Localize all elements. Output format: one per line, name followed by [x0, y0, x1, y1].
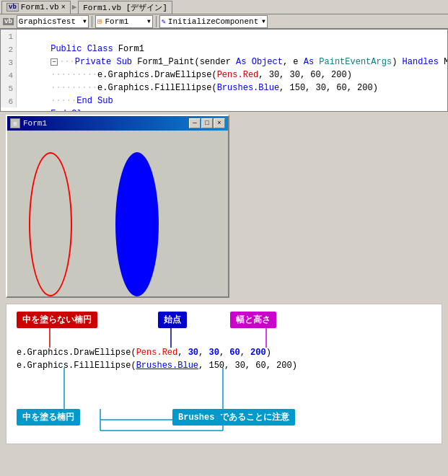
form-icon: ⊞ [97, 17, 102, 26]
title-bar: vb GraphicsTest ▼ ⊞ Form1 ▼ ✎ Initialize… [0, 14, 448, 29]
line-num-5: 5 [1, 81, 17, 94]
dropdown-arrow-2[interactable]: ▼ [147, 18, 151, 25]
form1-title: Form1 [23, 119, 47, 128]
label-brushes-note: Brushes であることに注意 [172, 409, 295, 426]
fill-ellipse-blue [115, 152, 159, 296]
label-draw-ellipse: 中を塗らない楠円 [17, 312, 97, 328]
label-start: 始点 [158, 312, 187, 328]
diagram-area: 中を塗らない楠円 始点 幅と高さ e.Graphics.DrawEllipse(… [6, 304, 442, 444]
minimize-button[interactable]: ─ [189, 118, 201, 128]
vb-badge: vb [3, 18, 14, 25]
close-button[interactable]: × [214, 118, 225, 128]
dropdown-arrow-1[interactable]: ▼ [83, 18, 87, 25]
form1-body [7, 131, 228, 296]
title-section: GraphicsTest ▼ ⊞ Form1 ▼ ✎ InitializeCom… [17, 15, 445, 28]
pencil-icon: ✎ [162, 17, 166, 26]
line-num-1: 1 [1, 30, 17, 43]
dropdown-arrow-3[interactable]: ▼ [262, 18, 265, 25]
maximize-button[interactable]: □ [201, 118, 213, 128]
form1-controls: ─ □ × [189, 118, 225, 128]
code-draw-line: e.Graphics.DrawEllipse(Pens.Red, 30, 30,… [17, 348, 271, 358]
tab-close-1[interactable]: × [61, 4, 66, 12]
separator-1 [92, 16, 92, 27]
code-fill-line: e.Graphics.FillEllipse(Brushes.Blue, 150… [17, 361, 297, 371]
tab-divider: ▶ [72, 2, 77, 12]
tab-label-2: Form1.vb [デザイン] [83, 2, 167, 13]
method-dropdown[interactable]: ✎ InitializeComponent ▼ [159, 15, 268, 28]
code-editor[interactable]: 1 Public Class Form1 2 −···Private Sub F… [0, 29, 448, 112]
code-line-1: 1 Public Class Form1 [1, 30, 447, 43]
tab-bar: vb Form1.vb × ▶ Form1.vb [デザイン] [0, 0, 448, 14]
tab-form1vb[interactable]: vb Form1.vb × [1, 1, 71, 14]
separator-2 [156, 16, 157, 27]
label-fill-ellipse: 中を塗る楠円 [17, 409, 80, 426]
method-name: InitializeComponent [168, 17, 258, 26]
form1-titlebar: ⊞ Form1 ─ □ × [7, 116, 228, 131]
project-name: GraphicsTest [19, 17, 76, 26]
form-name: Form1 [105, 17, 128, 26]
tab-label-1: Form1.vb [21, 3, 59, 12]
draw-ellipse-red [29, 152, 72, 296]
project-dropdown[interactable]: GraphicsTest ▼ [17, 15, 89, 28]
form1-window: ⊞ Form1 ─ □ × [6, 115, 229, 298]
line-num-2: 2 [1, 43, 17, 56]
line-num-6: 6 [1, 94, 17, 107]
form-dropdown[interactable]: ⊞ Form1 ▼ [95, 15, 153, 28]
code-line-2: 2 −···Private Sub Form1_Paint(sender As … [1, 43, 447, 56]
line-content-6: End Class [17, 94, 97, 112]
form1-title-icon: ⊞ [10, 118, 20, 128]
vb-icon: vb [6, 3, 19, 12]
line-num-4: 4 [1, 69, 17, 81]
tab-form1-design[interactable]: Form1.vb [デザイン] [78, 1, 172, 14]
line-num-3: 3 [1, 56, 17, 69]
label-size: 幅と高さ [230, 312, 276, 328]
